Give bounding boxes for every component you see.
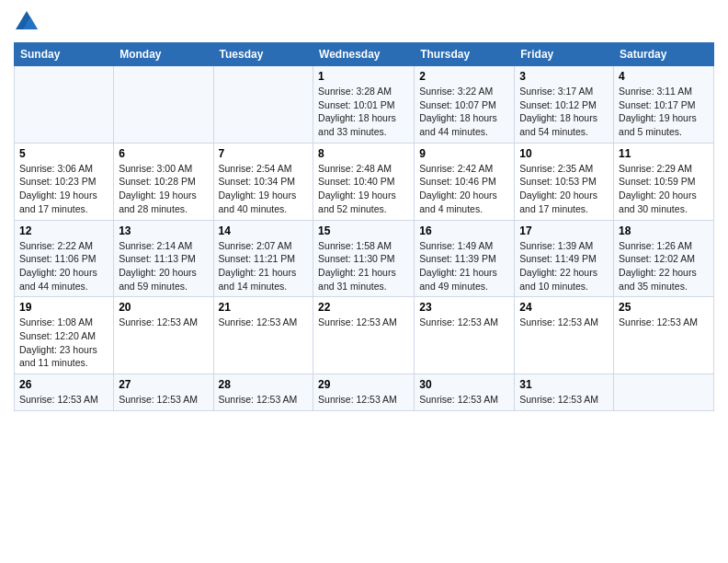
- day-number: 28: [219, 378, 309, 391]
- calendar-cell: 28Sunrise: 12:53 AM: [213, 374, 313, 411]
- day-number: 29: [318, 378, 409, 391]
- day-number: 20: [119, 301, 208, 314]
- calendar-cell: 30Sunrise: 12:53 AM: [415, 374, 515, 411]
- calendar-cell: 21Sunrise: 12:53 AM: [213, 297, 313, 374]
- calendar-cell: 19Sunrise: 1:08 AM Sunset: 12:20 AM Dayl…: [15, 297, 114, 374]
- day-info: Sunrise: 12:53 AM: [318, 393, 409, 407]
- calendar-cell: 4Sunrise: 3:11 AM Sunset: 10:17 PM Dayli…: [614, 66, 714, 144]
- header-wednesday: Wednesday: [313, 43, 415, 66]
- calendar-cell: 27Sunrise: 12:53 AM: [114, 374, 213, 411]
- calendar-header-row: SundayMondayTuesdayWednesdayThursdayFrid…: [15, 43, 714, 66]
- calendar-cell: 8Sunrise: 2:48 AM Sunset: 10:40 PM Dayli…: [313, 143, 415, 220]
- calendar-week-row: 19Sunrise: 1:08 AM Sunset: 12:20 AM Dayl…: [15, 297, 714, 374]
- day-number: 25: [619, 301, 709, 314]
- day-info: Sunrise: 3:17 AM Sunset: 10:12 PM Daylig…: [519, 85, 609, 139]
- day-number: 27: [119, 378, 208, 391]
- day-number: 13: [119, 224, 208, 237]
- day-info: Sunrise: 1:58 AM Sunset: 11:30 PM Daylig…: [318, 239, 409, 293]
- day-number: 1: [318, 70, 409, 83]
- day-number: 3: [519, 70, 609, 83]
- calendar-cell: [15, 66, 114, 144]
- day-info: Sunrise: 12:53 AM: [519, 393, 609, 407]
- day-number: 10: [519, 147, 609, 160]
- day-number: 15: [318, 224, 409, 237]
- calendar-cell: 18Sunrise: 1:26 AM Sunset: 12:02 AM Dayl…: [614, 220, 714, 297]
- calendar-cell: 1Sunrise: 3:28 AM Sunset: 10:01 PM Dayli…: [313, 66, 415, 144]
- calendar-cell: 29Sunrise: 12:53 AM: [313, 374, 415, 411]
- day-number: 6: [119, 147, 208, 160]
- day-number: 22: [318, 301, 409, 314]
- day-info: Sunrise: 2:35 AM Sunset: 10:53 PM Daylig…: [519, 162, 609, 216]
- day-number: 19: [19, 301, 108, 314]
- day-info: Sunrise: 1:49 AM Sunset: 11:39 PM Daylig…: [419, 239, 509, 293]
- day-number: 9: [419, 147, 509, 160]
- day-number: 31: [519, 378, 609, 391]
- calendar-cell: 17Sunrise: 1:39 AM Sunset: 11:49 PM Dayl…: [515, 220, 614, 297]
- day-number: 5: [19, 147, 108, 160]
- day-info: Sunrise: 2:22 AM Sunset: 11:06 PM Daylig…: [19, 239, 108, 293]
- day-number: 16: [419, 224, 509, 237]
- day-info: Sunrise: 1:39 AM Sunset: 11:49 PM Daylig…: [519, 239, 609, 293]
- day-number: 30: [419, 378, 509, 391]
- calendar-cell: 14Sunrise: 2:07 AM Sunset: 11:21 PM Dayl…: [213, 220, 313, 297]
- header-saturday: Saturday: [614, 43, 714, 66]
- header-monday: Monday: [114, 43, 213, 66]
- header-friday: Friday: [515, 43, 614, 66]
- header-tuesday: Tuesday: [213, 43, 313, 66]
- day-info: Sunrise: 2:29 AM Sunset: 10:59 PM Daylig…: [619, 162, 709, 216]
- day-info: Sunrise: 12:53 AM: [519, 316, 609, 329]
- day-number: 2: [419, 70, 509, 83]
- day-number: 21: [219, 301, 309, 314]
- logo: [14, 9, 43, 35]
- calendar-cell: 15Sunrise: 1:58 AM Sunset: 11:30 PM Dayl…: [313, 220, 415, 297]
- calendar-week-row: 12Sunrise: 2:22 AM Sunset: 11:06 PM Dayl…: [15, 220, 714, 297]
- calendar-cell: 12Sunrise: 2:22 AM Sunset: 11:06 PM Dayl…: [15, 220, 114, 297]
- calendar-week-row: 26Sunrise: 12:53 AM27Sunrise: 12:53 AM28…: [15, 374, 714, 411]
- day-info: Sunrise: 3:28 AM Sunset: 10:01 PM Daylig…: [318, 85, 409, 139]
- day-info: Sunrise: 12:53 AM: [119, 316, 208, 329]
- calendar-week-row: 1Sunrise: 3:28 AM Sunset: 10:01 PM Dayli…: [15, 66, 714, 144]
- day-info: Sunrise: 1:08 AM Sunset: 12:20 AM Daylig…: [19, 316, 108, 370]
- calendar-cell: 5Sunrise: 3:06 AM Sunset: 10:23 PM Dayli…: [15, 143, 114, 220]
- day-info: Sunrise: 3:06 AM Sunset: 10:23 PM Daylig…: [19, 162, 108, 216]
- calendar-cell: 26Sunrise: 12:53 AM: [15, 374, 114, 411]
- calendar-cell: 13Sunrise: 2:14 AM Sunset: 11:13 PM Dayl…: [114, 220, 213, 297]
- calendar-cell: [114, 66, 213, 144]
- calendar-cell: 6Sunrise: 3:00 AM Sunset: 10:28 PM Dayli…: [114, 143, 213, 220]
- day-number: 4: [619, 70, 709, 83]
- logo-icon: [14, 9, 40, 35]
- day-info: Sunrise: 2:48 AM Sunset: 10:40 PM Daylig…: [318, 162, 409, 216]
- day-info: Sunrise: 12:53 AM: [419, 393, 509, 407]
- calendar-cell: 11Sunrise: 2:29 AM Sunset: 10:59 PM Dayl…: [614, 143, 714, 220]
- day-number: 8: [318, 147, 409, 160]
- day-number: 18: [619, 224, 709, 237]
- day-number: 24: [519, 301, 609, 314]
- calendar-cell: 9Sunrise: 2:42 AM Sunset: 10:46 PM Dayli…: [415, 143, 515, 220]
- header-sunday: Sunday: [15, 43, 114, 66]
- day-info: Sunrise: 2:07 AM Sunset: 11:21 PM Daylig…: [219, 239, 309, 293]
- calendar-cell: 25Sunrise: 12:53 AM: [614, 297, 714, 374]
- day-info: Sunrise: 3:22 AM Sunset: 10:07 PM Daylig…: [419, 85, 509, 139]
- calendar-cell: 22Sunrise: 12:53 AM: [313, 297, 415, 374]
- day-info: Sunrise: 12:53 AM: [419, 316, 509, 329]
- header-thursday: Thursday: [415, 43, 515, 66]
- calendar-cell: [213, 66, 313, 144]
- day-info: Sunrise: 3:00 AM Sunset: 10:28 PM Daylig…: [119, 162, 208, 216]
- day-info: Sunrise: 3:11 AM Sunset: 10:17 PM Daylig…: [619, 85, 709, 139]
- day-number: 11: [619, 147, 709, 160]
- calendar-week-row: 5Sunrise: 3:06 AM Sunset: 10:23 PM Dayli…: [15, 143, 714, 220]
- day-info: Sunrise: 2:14 AM Sunset: 11:13 PM Daylig…: [119, 239, 208, 293]
- calendar-cell: 16Sunrise: 1:49 AM Sunset: 11:39 PM Dayl…: [415, 220, 515, 297]
- day-number: 17: [519, 224, 609, 237]
- day-number: 14: [219, 224, 309, 237]
- calendar-cell: 24Sunrise: 12:53 AM: [515, 297, 614, 374]
- calendar-table: SundayMondayTuesdayWednesdayThursdayFrid…: [14, 42, 714, 411]
- calendar-cell: 3Sunrise: 3:17 AM Sunset: 10:12 PM Dayli…: [515, 66, 614, 144]
- calendar-cell: 10Sunrise: 2:35 AM Sunset: 10:53 PM Dayl…: [515, 143, 614, 220]
- calendar-cell: 23Sunrise: 12:53 AM: [415, 297, 515, 374]
- calendar-cell: 20Sunrise: 12:53 AM: [114, 297, 213, 374]
- day-number: 26: [19, 378, 108, 391]
- day-info: Sunrise: 12:53 AM: [219, 316, 309, 329]
- day-info: Sunrise: 2:54 AM Sunset: 10:34 PM Daylig…: [219, 162, 309, 216]
- calendar-cell: 7Sunrise: 2:54 AM Sunset: 10:34 PM Dayli…: [213, 143, 313, 220]
